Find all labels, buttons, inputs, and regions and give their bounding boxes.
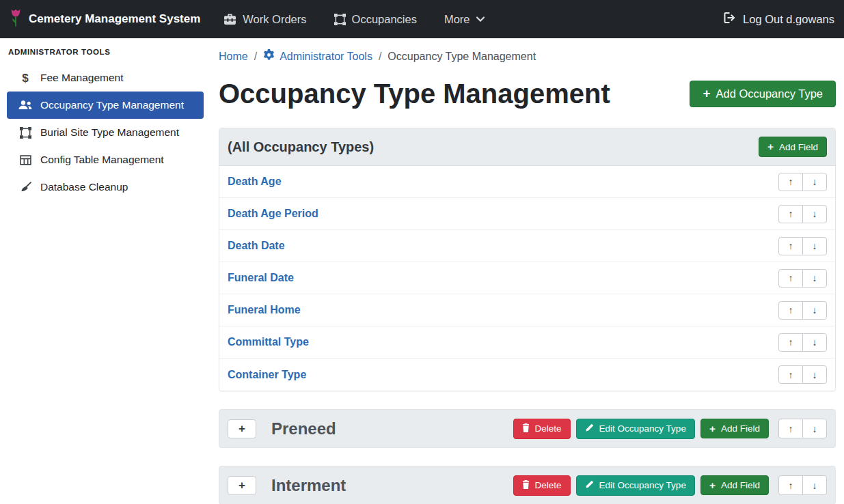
field-row: Container Type ↑ ↓ <box>219 359 835 391</box>
field-link[interactable]: Death Age <box>228 176 282 188</box>
page-title: Occupancy Type Management <box>219 79 610 109</box>
sidebar: ADMINISTRATOR TOOLS $ Fee Management Occ… <box>0 38 210 504</box>
logout-button[interactable]: Log Out d.gowans <box>724 12 834 26</box>
add-field-label: Add Field <box>721 423 760 434</box>
all-occupancy-types-card: (All Occupancy Types) + Add Field Death … <box>219 128 836 391</box>
occupancy-type-section-preneed: + Preneed Delete Edit Occupancy Type <box>219 409 836 448</box>
field-row: Death Date ↑ ↓ <box>219 230 835 262</box>
expand-section-button[interactable]: + <box>228 419 256 438</box>
move-down-button[interactable]: ↓ <box>802 269 827 288</box>
arrow-down-icon: ↓ <box>813 480 817 491</box>
nav-more[interactable]: More <box>444 13 485 26</box>
breadcrumb-current: Occupancy Type Management <box>387 51 536 63</box>
move-up-button[interactable]: ↑ <box>778 365 803 384</box>
field-row: Funeral Home ↑ ↓ <box>219 294 835 326</box>
expand-section-button[interactable]: + <box>228 476 256 495</box>
trash-icon <box>522 423 530 434</box>
arrow-up-icon: ↑ <box>789 208 793 219</box>
reorder-buttons: ↑ ↓ <box>778 269 827 288</box>
reorder-buttons: ↑ ↓ <box>778 419 827 438</box>
arrow-up-icon: ↑ <box>789 423 793 434</box>
breadcrumb-admin-tools-link[interactable]: Administrator Tools <box>263 49 372 64</box>
move-down-button[interactable]: ↓ <box>802 205 827 223</box>
vector-square-icon <box>18 127 33 139</box>
move-down-button[interactable]: ↓ <box>802 333 827 352</box>
chevron-down-icon <box>476 16 485 22</box>
move-down-button[interactable]: ↓ <box>802 237 827 255</box>
plus-icon: + <box>239 422 245 436</box>
plus-icon: + <box>703 87 710 100</box>
field-link[interactable]: Funeral Home <box>228 304 301 316</box>
add-occupancy-type-button[interactable]: + Add Occupancy Type <box>690 81 836 107</box>
sidebar-item-label: Occupancy Type Management <box>40 99 184 111</box>
move-up-button[interactable]: ↑ <box>778 333 803 352</box>
arrow-up-icon: ↑ <box>789 337 793 348</box>
move-down-button[interactable]: ↓ <box>802 475 827 495</box>
broom-icon <box>18 182 33 193</box>
field-link[interactable]: Death Age Period <box>228 208 318 220</box>
arrow-down-icon: ↓ <box>813 337 817 348</box>
edit-occupancy-type-button[interactable]: Edit Occupancy Type <box>576 475 695 496</box>
sidebar-item-burial-site-type-management[interactable]: Burial Site Type Management <box>0 119 210 146</box>
sidebar-item-occupancy-type-management[interactable]: Occupancy Type Management <box>7 92 204 119</box>
add-field-button[interactable]: + Add Field <box>759 137 827 157</box>
reorder-buttons: ↑ ↓ <box>778 475 827 495</box>
arrow-down-icon: ↓ <box>813 240 817 251</box>
move-up-button[interactable]: ↑ <box>778 237 803 255</box>
move-up-button[interactable]: ↑ <box>778 419 803 438</box>
reorder-buttons: ↑ ↓ <box>778 301 827 320</box>
arrow-down-icon: ↓ <box>813 423 817 434</box>
nav-occupancies[interactable]: Occupancies <box>334 13 417 26</box>
sidebar-item-label: Database Cleanup <box>40 181 128 193</box>
delete-button[interactable]: Delete <box>513 475 571 496</box>
field-row: Death Age ↑ ↓ <box>219 166 835 198</box>
arrow-up-icon: ↑ <box>789 305 793 316</box>
field-link[interactable]: Death Date <box>228 240 285 252</box>
sidebar-item-fee-management[interactable]: $ Fee Management <box>0 64 210 92</box>
add-field-button[interactable]: + Add Field <box>700 475 769 496</box>
top-navbar: Cemetery Management System Work Orders <box>0 0 844 38</box>
arrow-up-icon: ↑ <box>789 480 793 491</box>
card-header-title: (All Occupancy Types) <box>228 139 374 155</box>
trash-icon <box>522 480 530 491</box>
move-up-button[interactable]: ↑ <box>778 173 803 191</box>
plus-icon: + <box>709 480 716 491</box>
move-down-button[interactable]: ↓ <box>802 365 827 384</box>
move-down-button[interactable]: ↓ <box>802 173 827 191</box>
arrow-up-icon: ↑ <box>789 240 793 251</box>
nav-more-label: More <box>444 13 470 26</box>
reorder-buttons: ↑ ↓ <box>778 173 827 191</box>
nav-work-orders[interactable]: Work Orders <box>223 13 306 26</box>
nav-work-orders-label: Work Orders <box>243 13 306 26</box>
card-header: (All Occupancy Types) + Add Field <box>219 128 835 166</box>
app-title: Cemetery Management System <box>29 12 200 26</box>
breadcrumb-home-link[interactable]: Home <box>219 51 248 63</box>
sidebar-item-label: Config Table Management <box>40 154 164 166</box>
sidebar-item-database-cleanup[interactable]: Database Cleanup <box>0 173 210 201</box>
move-up-button[interactable]: ↑ <box>778 301 803 320</box>
move-down-button[interactable]: ↓ <box>802 419 827 438</box>
reorder-buttons: ↑ ↓ <box>778 205 827 223</box>
sidebar-item-config-table-management[interactable]: Config Table Management <box>0 146 210 173</box>
add-field-label: Add Field <box>779 142 818 152</box>
move-up-button[interactable]: ↑ <box>778 269 803 288</box>
arrow-up-icon: ↑ <box>789 369 793 380</box>
occupancy-type-section-interment: + Interment Delete Edit Occupancy Type <box>219 466 836 504</box>
delete-button[interactable]: Delete <box>513 419 571 439</box>
arrow-down-icon: ↓ <box>813 305 817 316</box>
add-field-button[interactable]: + Add Field <box>700 419 769 439</box>
arrow-down-icon: ↓ <box>813 369 817 380</box>
move-up-button[interactable]: ↑ <box>778 205 803 223</box>
field-link[interactable]: Funeral Date <box>228 272 294 284</box>
delete-label: Delete <box>535 423 562 434</box>
app-brand[interactable]: Cemetery Management System <box>10 8 200 30</box>
pencil-icon <box>585 480 594 491</box>
field-link[interactable]: Container Type <box>228 369 306 381</box>
edit-occupancy-type-button[interactable]: Edit Occupancy Type <box>576 419 695 439</box>
field-link[interactable]: Committal Type <box>228 336 309 348</box>
move-down-button[interactable]: ↓ <box>802 301 827 320</box>
table-icon <box>18 155 33 165</box>
edit-occupancy-type-label: Edit Occupancy Type <box>599 423 686 434</box>
move-up-button[interactable]: ↑ <box>778 475 803 495</box>
arrow-down-icon: ↓ <box>813 176 817 187</box>
